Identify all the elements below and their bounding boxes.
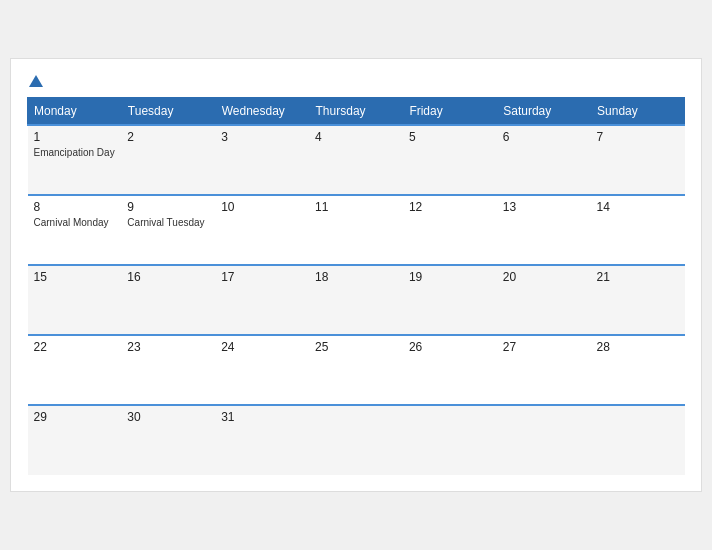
week-row-4: 22232425262728	[28, 335, 685, 405]
day-number: 11	[315, 200, 397, 214]
calendar-cell: 23	[121, 335, 215, 405]
day-number: 26	[409, 340, 491, 354]
calendar-cell: 28	[591, 335, 685, 405]
day-number: 3	[221, 130, 303, 144]
day-number: 12	[409, 200, 491, 214]
calendar-container: MondayTuesdayWednesdayThursdayFridaySatu…	[10, 58, 702, 492]
day-number: 22	[34, 340, 116, 354]
calendar-cell	[309, 405, 403, 475]
calendar-cell: 4	[309, 125, 403, 195]
calendar-cell: 3	[215, 125, 309, 195]
calendar-cell: 17	[215, 265, 309, 335]
calendar-cell: 11	[309, 195, 403, 265]
calendar-cell: 16	[121, 265, 215, 335]
days-header-row: MondayTuesdayWednesdayThursdayFridaySatu…	[28, 98, 685, 126]
day-number: 23	[127, 340, 209, 354]
event-label: Carnival Tuesday	[127, 216, 209, 229]
calendar-cell: 15	[28, 265, 122, 335]
event-label: Emancipation Day	[34, 146, 116, 159]
day-number: 4	[315, 130, 397, 144]
day-number: 8	[34, 200, 116, 214]
day-header-saturday: Saturday	[497, 98, 591, 126]
day-number: 5	[409, 130, 491, 144]
calendar-cell: 27	[497, 335, 591, 405]
day-header-thursday: Thursday	[309, 98, 403, 126]
calendar-cell: 2	[121, 125, 215, 195]
calendar-cell: 13	[497, 195, 591, 265]
logo-triangle-icon	[29, 75, 43, 87]
calendar-cell: 12	[403, 195, 497, 265]
day-number: 1	[34, 130, 116, 144]
day-number: 17	[221, 270, 303, 284]
day-number: 6	[503, 130, 585, 144]
calendar-cell: 5	[403, 125, 497, 195]
day-header-tuesday: Tuesday	[121, 98, 215, 126]
calendar-table: MondayTuesdayWednesdayThursdayFridaySatu…	[27, 97, 685, 475]
day-number: 31	[221, 410, 303, 424]
calendar-cell	[497, 405, 591, 475]
calendar-cell: 22	[28, 335, 122, 405]
week-row-1: 1Emancipation Day234567	[28, 125, 685, 195]
day-number: 19	[409, 270, 491, 284]
calendar-cell: 1Emancipation Day	[28, 125, 122, 195]
day-number: 14	[597, 200, 679, 214]
day-number: 20	[503, 270, 585, 284]
day-header-wednesday: Wednesday	[215, 98, 309, 126]
day-number: 21	[597, 270, 679, 284]
day-number: 13	[503, 200, 585, 214]
day-number: 18	[315, 270, 397, 284]
week-row-2: 8Carnival Monday9Carnival Tuesday1011121…	[28, 195, 685, 265]
calendar-header	[27, 75, 685, 87]
week-row-5: 293031	[28, 405, 685, 475]
calendar-cell: 7	[591, 125, 685, 195]
calendar-cell: 29	[28, 405, 122, 475]
calendar-cell	[403, 405, 497, 475]
calendar-cell: 24	[215, 335, 309, 405]
calendar-cell: 10	[215, 195, 309, 265]
day-header-sunday: Sunday	[591, 98, 685, 126]
calendar-cell: 14	[591, 195, 685, 265]
calendar-cell: 30	[121, 405, 215, 475]
calendar-cell: 9Carnival Tuesday	[121, 195, 215, 265]
calendar-cell: 20	[497, 265, 591, 335]
calendar-cell: 26	[403, 335, 497, 405]
calendar-cell: 25	[309, 335, 403, 405]
day-header-friday: Friday	[403, 98, 497, 126]
day-number: 28	[597, 340, 679, 354]
day-number: 9	[127, 200, 209, 214]
day-number: 24	[221, 340, 303, 354]
logo	[27, 75, 43, 87]
calendar-cell: 18	[309, 265, 403, 335]
day-number: 25	[315, 340, 397, 354]
calendar-cell: 19	[403, 265, 497, 335]
day-number: 15	[34, 270, 116, 284]
day-number: 27	[503, 340, 585, 354]
day-number: 29	[34, 410, 116, 424]
day-number: 10	[221, 200, 303, 214]
day-number: 2	[127, 130, 209, 144]
day-number: 16	[127, 270, 209, 284]
day-number: 30	[127, 410, 209, 424]
calendar-cell: 8Carnival Monday	[28, 195, 122, 265]
calendar-cell: 6	[497, 125, 591, 195]
day-header-monday: Monday	[28, 98, 122, 126]
week-row-3: 15161718192021	[28, 265, 685, 335]
calendar-cell: 21	[591, 265, 685, 335]
event-label: Carnival Monday	[34, 216, 116, 229]
calendar-cell	[591, 405, 685, 475]
day-number: 7	[597, 130, 679, 144]
calendar-cell: 31	[215, 405, 309, 475]
